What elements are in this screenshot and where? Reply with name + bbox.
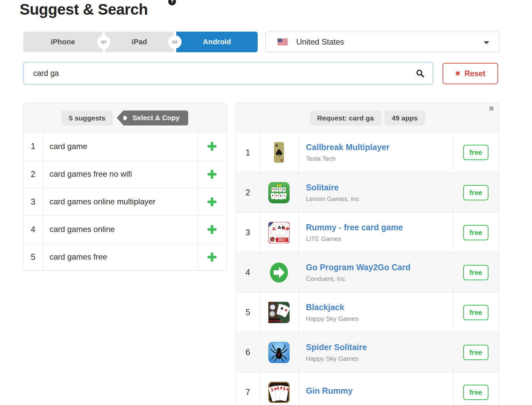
svg-text:♦: ♦ [283,194,285,197]
or-separator: or [168,35,182,49]
app-row: 4 Go Program Way2Go Card Conduent, Inc f… [236,252,498,292]
add-keyword-button[interactable] [198,243,226,271]
app-row: 6 Spider Solitaire Happy Sky Games free [236,332,498,372]
app-rank: 6 [236,332,260,372]
search-icon[interactable] [416,69,425,79]
suggests-panel-header: 5 suggests Select & Copy [24,103,226,132]
svg-text:♥: ♥ [272,188,274,191]
suggest-search-page: Suggest & Search ? iPhoneiPadAndroidoror [0,0,532,405]
gin-rummy-diamonds-icon: 3♦4♦5♦ [260,372,299,405]
app-name-link[interactable]: Blackjack [306,303,453,312]
svg-text:♣: ♣ [283,188,285,191]
help-icon[interactable]: ? [168,0,176,5]
app-row: 5 ♠♦BLACKJACK Blackjack Happy Sky Games … [236,292,498,332]
price-badge: free [463,345,489,360]
app-name-link[interactable]: Gin Rummy [306,386,453,396]
suggest-row: 4 card games online [24,215,226,243]
price-badge: free [463,225,489,240]
tab-iphone[interactable]: iPhone [23,32,102,52]
app-name-link[interactable]: Spider Solitaire [306,342,453,352]
app-rank: 2 [236,173,260,212]
svg-text:♣: ♣ [280,195,282,197]
price-badge: free [463,385,489,400]
solitaire-crown-icon: ♥♠♦♣♠♥♣♦ [260,173,299,212]
price-badge: free [463,145,489,160]
apps-panel: Request: card ga 49 apps ✖ 1 A♠V Callbre… [236,103,499,405]
country-select[interactable]: United States [265,32,499,52]
suggest-row: 5 card games free [24,243,226,271]
rummy-aces-icon: AA♣A♥2017 [260,213,299,252]
select-copy-button[interactable]: Select & Copy [123,110,188,125]
app-name-link[interactable]: Go Program Way2Go Card [306,263,453,272]
chevron-down-icon [484,41,489,44]
green-arrow-icon [260,253,299,292]
suggest-row: 1 card game [24,132,226,160]
app-row: 7 3♦4♦5♦ Gin Rummy free [236,372,498,405]
plus-icon [207,141,217,151]
app-list: 1 A♠V Callbreak Multiplayer Tesla Tech f… [236,132,498,405]
price-badge: free [463,265,489,280]
plus-icon [207,169,217,179]
svg-text:♥: ♥ [276,195,278,197]
app-name-link[interactable]: Callbreak Multiplayer [306,142,453,152]
suggest-keyword: card games online multiplayer [43,188,198,215]
suggest-keyword: card games online [43,216,198,243]
suggest-keyword: card games free no wifi [43,160,198,188]
suggests-panel: 5 suggests Select & Copy 1 card game 2 c… [23,103,226,271]
blackjack-chips-icon: ♠♦BLACKJACK [260,293,299,332]
suggest-rank: 4 [24,216,43,243]
app-rank: 3 [236,213,260,252]
app-name-link[interactable]: Rummy - free card game [306,223,453,232]
svg-text:♠: ♠ [276,188,278,191]
add-keyword-button[interactable] [198,216,226,243]
svg-text:♠: ♠ [274,146,284,159]
suggest-rank: 3 [24,188,43,215]
platform-tabs: iPhoneiPadAndroidoror [23,32,258,52]
svg-text:2017: 2017 [278,238,286,242]
tab-ipad[interactable]: iPad [105,32,174,52]
app-developer: Happy Sky Games [306,355,453,362]
suggest-rank: 2 [24,160,43,188]
reset-button[interactable]: ✖ Reset [443,63,498,84]
svg-text:V: V [281,158,283,162]
add-keyword-button[interactable] [198,160,226,188]
app-developer: Lemon Games, Inc [306,195,453,203]
close-icon[interactable]: ✖ [489,105,494,112]
app-row: 3 AA♣A♥2017 Rummy - free card game LITE … [236,212,498,252]
page-title: Suggest & Search [20,0,148,19]
red-x-icon: ✖ [455,70,460,77]
spider-icon [260,332,299,372]
plus-icon [207,252,217,262]
svg-text:BLACKJACK: BLACKJACK [268,319,283,322]
app-rank: 5 [236,293,260,332]
reset-label: Reset [465,69,485,78]
select-copy-label: Select & Copy [133,114,180,122]
tag-dot-icon [123,116,127,120]
callbreak-spade-card-icon: A♠V [260,132,299,172]
plus-icon [207,224,217,235]
us-flag-icon [278,39,288,45]
add-keyword-button[interactable] [198,188,226,215]
add-keyword-button[interactable] [198,132,226,160]
suggest-list: 1 card game 2 card games free no wifi 3 … [24,132,226,271]
app-developer: Tesla Tech [306,155,453,162]
request-badge: Request: card ga [310,110,381,125]
plus-icon [207,197,217,207]
suggest-keyword: card game [43,132,198,160]
app-developer: LITE Games [306,235,453,243]
app-name-link[interactable]: Solitaire [306,183,453,192]
app-rank: 7 [236,372,260,405]
suggest-row: 3 card games online multiplayer [24,188,226,215]
app-row: 2 ♥♠♦♣♠♥♣♦ Solitaire Lemon Games, Inc fr… [236,172,498,212]
app-developer: Happy Sky Games [306,315,453,322]
svg-text:♦: ♦ [279,188,281,191]
or-separator: or [97,35,110,49]
app-rank: 4 [236,253,260,292]
suggest-rank: 5 [24,243,43,271]
apps-count-badge: 49 apps [384,110,425,125]
apps-panel-header: Request: card ga 49 apps ✖ [236,103,498,132]
app-developer: Conduent, Inc [306,275,453,283]
app-rank: 1 [236,132,260,172]
search-input[interactable] [23,62,433,85]
tab-android[interactable]: Android [176,32,258,52]
